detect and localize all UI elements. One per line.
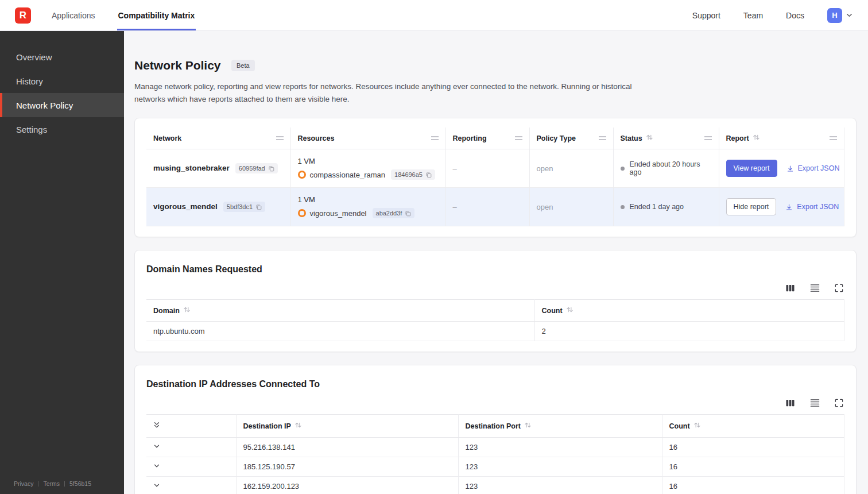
policy-type-value: open bbox=[537, 203, 553, 211]
count-cell: 16 bbox=[662, 438, 844, 457]
reporting-cell: – bbox=[445, 149, 529, 188]
copy-icon[interactable] bbox=[425, 172, 432, 178]
expander-cell bbox=[146, 438, 236, 457]
expand-all-icon[interactable] bbox=[153, 421, 160, 429]
resource-id-badge: 184696a5 bbox=[391, 169, 435, 180]
export-json-label: Export JSON bbox=[798, 164, 840, 172]
user-menu-chevron-icon[interactable] bbox=[846, 11, 853, 19]
sort-icon[interactable] bbox=[294, 422, 302, 430]
sort-icon[interactable] bbox=[753, 134, 760, 142]
col-header-count: Count bbox=[662, 415, 844, 438]
domain-row[interactable]: ntp.ubuntu.com 2 bbox=[146, 322, 844, 341]
columns-view-icon[interactable] bbox=[785, 399, 795, 407]
view-report-button[interactable]: View report bbox=[726, 160, 777, 177]
col-header-network: Network bbox=[146, 128, 290, 149]
hide-report-button[interactable]: Hide report bbox=[726, 198, 777, 215]
col-label-count: Count bbox=[542, 307, 563, 315]
col-header-reporting: Reporting bbox=[445, 128, 529, 149]
destination-row[interactable]: 162.159.200.123 123 16 bbox=[146, 477, 844, 494]
sort-icon[interactable] bbox=[183, 306, 191, 315]
main-content: Network Policy Beta Manage network polic… bbox=[124, 31, 868, 494]
nav-support[interactable]: Support bbox=[692, 11, 720, 20]
terms-link[interactable]: Terms bbox=[43, 480, 60, 487]
count-cell: 2 bbox=[534, 322, 844, 341]
resource-id: 184696a5 bbox=[394, 171, 423, 178]
export-json-link[interactable]: Export JSON bbox=[785, 203, 839, 211]
app-logo[interactable]: R bbox=[15, 7, 31, 24]
policy-type-value: open bbox=[537, 164, 553, 173]
destination-ip-value: 162.159.200.123 bbox=[243, 482, 300, 491]
destination-ip-value: 95.216.138.141 bbox=[243, 443, 295, 451]
sidebar-footer: Privacy Terms 5f56b15 bbox=[0, 472, 124, 494]
copy-icon[interactable] bbox=[268, 165, 274, 172]
drag-handle-icon[interactable] bbox=[704, 136, 712, 140]
sidebar-item-history[interactable]: History bbox=[0, 69, 124, 93]
col-header-domain: Domain bbox=[146, 300, 534, 322]
col-label-network: Network bbox=[153, 134, 181, 142]
resource-id: aba2dd3f bbox=[376, 210, 402, 217]
col-header-report: Report bbox=[719, 128, 844, 149]
col-label-resources: Resources bbox=[298, 134, 335, 142]
nav-team[interactable]: Team bbox=[743, 11, 763, 20]
network-row[interactable]: musing_stonebraker60959fad 1 VM compassi… bbox=[146, 149, 844, 188]
sort-icon[interactable] bbox=[566, 306, 574, 315]
col-label-count: Count bbox=[669, 422, 690, 430]
destination-port-cell: 123 bbox=[458, 438, 662, 457]
destination-port-value: 123 bbox=[466, 482, 478, 491]
sidebar: Overview History Network Policy Settings… bbox=[0, 31, 124, 494]
row-density-icon[interactable] bbox=[810, 399, 820, 407]
sort-icon[interactable] bbox=[646, 134, 653, 142]
destination-row[interactable]: 185.125.190.57 123 16 bbox=[146, 457, 844, 477]
destination-ip-value: 185.125.190.57 bbox=[243, 462, 295, 471]
expand-row-icon[interactable] bbox=[153, 443, 160, 450]
sidebar-item-settings[interactable]: Settings bbox=[0, 117, 124, 141]
domain-cell: ntp.ubuntu.com bbox=[146, 322, 534, 341]
col-header-expand-all bbox=[146, 415, 236, 438]
tab-compatibility-matrix[interactable]: Compatibility Matrix bbox=[117, 0, 196, 30]
page-description: Manage network policy, reporting and vie… bbox=[134, 80, 651, 105]
drag-handle-icon[interactable] bbox=[431, 136, 439, 140]
export-json-link[interactable]: Export JSON bbox=[786, 164, 840, 172]
col-label-status: Status bbox=[621, 134, 642, 142]
expand-row-icon[interactable] bbox=[153, 482, 160, 489]
expand-row-icon[interactable] bbox=[153, 462, 160, 469]
status-cell: Ended about 20 hours ago bbox=[613, 149, 719, 188]
sort-icon[interactable] bbox=[693, 422, 701, 430]
drag-handle-icon[interactable] bbox=[515, 136, 522, 140]
drag-handle-icon[interactable] bbox=[276, 136, 284, 140]
columns-view-icon[interactable] bbox=[785, 284, 795, 292]
beta-badge: Beta bbox=[231, 60, 255, 71]
sidebar-item-network-policy[interactable]: Network Policy bbox=[0, 93, 124, 117]
drag-handle-icon[interactable] bbox=[830, 136, 837, 140]
privacy-link[interactable]: Privacy bbox=[14, 480, 33, 487]
copy-icon[interactable] bbox=[405, 210, 411, 217]
primary-nav: Applications Compatibility Matrix bbox=[51, 0, 216, 30]
sort-icon[interactable] bbox=[524, 422, 532, 430]
destination-row[interactable]: 95.216.138.141 123 16 bbox=[146, 438, 844, 457]
topbar-right: Support Team Docs H bbox=[692, 0, 853, 30]
reporting-cell: – bbox=[445, 188, 529, 226]
col-header-policy-type: Policy Type bbox=[529, 128, 613, 149]
vm-resource-icon bbox=[298, 171, 306, 179]
copy-icon[interactable] bbox=[255, 204, 262, 210]
count-value: 16 bbox=[669, 462, 677, 471]
domains-card: Domain Names Requested Domain Count bbox=[134, 250, 857, 352]
row-density-icon[interactable] bbox=[810, 284, 820, 292]
destination-port-cell: 123 bbox=[458, 457, 662, 477]
tab-applications[interactable]: Applications bbox=[51, 0, 96, 30]
destination-port-value: 123 bbox=[466, 443, 478, 451]
col-header-count: Count bbox=[534, 300, 844, 322]
fullscreen-icon[interactable] bbox=[835, 399, 843, 407]
sidebar-item-overview[interactable]: Overview bbox=[0, 45, 124, 69]
destination-ip-cell: 95.216.138.141 bbox=[236, 438, 458, 457]
fullscreen-icon[interactable] bbox=[835, 284, 843, 292]
nav-docs[interactable]: Docs bbox=[786, 11, 804, 20]
drag-handle-icon[interactable] bbox=[599, 136, 606, 140]
destination-ip-cell: 185.125.190.57 bbox=[236, 457, 458, 477]
policy-type-cell: open bbox=[529, 149, 613, 188]
user-avatar[interactable]: H bbox=[827, 8, 842, 23]
resource-name: vigorous_mendel bbox=[310, 209, 367, 218]
resources-cell: 1 VM compassionate_raman 184696a5 bbox=[290, 149, 445, 188]
network-row[interactable]: vigorous_mendel5bdf3dc1 1 VM vigorous_me… bbox=[146, 188, 844, 226]
page-header: Network Policy Beta Manage network polic… bbox=[134, 59, 857, 105]
